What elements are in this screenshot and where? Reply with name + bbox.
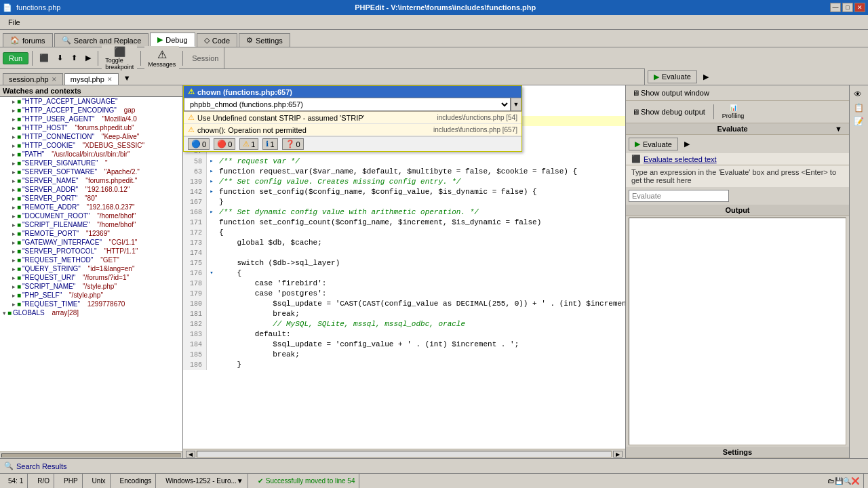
tree-item[interactable]: ▸ ■ "SERVER_ADDR" "192.168.0.12" [0, 185, 182, 194]
badge-question[interactable]: ❓ 0 [282, 138, 304, 150]
evaluate-toolbar: ▶ Evaluate ▶ [644, 68, 868, 85]
tree-expand-icon: ▸ [12, 248, 16, 255]
tree-item[interactable]: ▾ ■ GLOBALS array[28] [0, 308, 182, 317]
tree-item[interactable]: ▸ ■ "DOCUMENT_ROOT" "/home/bhof" [0, 211, 182, 220]
step-run-button[interactable]: ▶ [82, 52, 94, 64]
tree-item[interactable]: ▸ ■ "HTTP_USER_AGENT" "Mozilla/4.0 [0, 115, 182, 123]
evaluate-input-field[interactable] [629, 190, 729, 202]
eval-selected-icon: ⬛ [631, 155, 641, 163]
tab-code[interactable]: ◇ Code [197, 33, 237, 47]
badge-warning[interactable]: ⚠ 1 [239, 138, 258, 150]
badge-blue[interactable]: 🔵 0 [188, 138, 210, 150]
badge-info[interactable]: ℹ 1 [262, 138, 277, 150]
file-dropdown-button[interactable]: ▼ [120, 71, 134, 85]
tree-icon: ■ [17, 300, 21, 308]
hscroll-left[interactable]: ◀ [186, 451, 195, 458]
hscroll-right[interactable]: ▶ [613, 451, 623, 458]
file-tab-session[interactable]: session.php ✕ [3, 73, 63, 85]
tree-item[interactable]: ▸ ■ "REQUEST_METHOD" "GET" [0, 256, 182, 264]
statusbar-icon-4[interactable]: ❌ [851, 477, 859, 485]
tree-item[interactable]: ▸ ■ "HTTP_ACCEPT_ENCODING" gap [0, 106, 182, 115]
tree-item[interactable]: ▸ ■ "REQUEST_TIME" 1299778670 [0, 300, 182, 308]
show-output-button[interactable]: 🖥 Show output window [629, 87, 713, 99]
tree-item[interactable]: ▸ ■ "QUERY_STRING" "id=1&lang=en" [0, 264, 182, 273]
evaluate-section-btn[interactable]: ▼ [835, 125, 845, 133]
step-over-button[interactable]: ⬛ [36, 52, 52, 64]
statusbar-icon-3[interactable]: 🔍 [843, 477, 851, 485]
tree-key: "REMOTE_PORT" [22, 230, 79, 237]
left-panel-hscrollbar[interactable] [0, 451, 182, 458]
maximize-button[interactable]: □ [842, 3, 853, 12]
tree-item[interactable]: ▸ ■ "SCRIPT_FILENAME" "/home/bhof" [0, 220, 182, 229]
search-results-label[interactable]: Search Results [16, 462, 67, 470]
fold-indicator[interactable]: ▸ [207, 177, 216, 187]
show-debug-button[interactable]: 🖥 Show debug output [629, 106, 709, 118]
evaluate-go-button[interactable]: ▶ Evaluate [629, 138, 678, 150]
code-panel: 51 }52 }5354 $result = (STRIP) ? stripsl… [183, 85, 625, 458]
code-hscrollbar[interactable]: ◀ ▶ [183, 449, 625, 458]
eval-selected-label[interactable]: Evaluate selected text [644, 155, 717, 163]
file-tab-session-label: session.php [9, 75, 49, 83]
tree-item[interactable]: ▸ ■ "HTTP_CONNECTION" "Keep-Alive" [0, 132, 182, 141]
messages-button[interactable]: ⚠ Messages [144, 46, 179, 70]
fold-indicator[interactable]: ▾ [207, 268, 216, 279]
tree-item[interactable]: ▸ ■ "REMOTE_PORT" "12369" [0, 229, 182, 238]
step-out-button[interactable]: ⬆ [68, 52, 81, 64]
fold-indicator[interactable]: ▸ [207, 207, 216, 218]
popup-dropdown-arrow[interactable]: ▼ [511, 98, 521, 111]
eval-go2-button[interactable]: ▶ [681, 138, 693, 150]
file-tab-session-close[interactable]: ✕ [52, 76, 57, 83]
tree-item[interactable]: ▸ ■ "SERVER_PORT" "80" [0, 194, 182, 203]
line-number: 179 [183, 289, 207, 299]
tree-item[interactable]: ▸ ■ "SERVER_SOFTWARE" "Apache/2." [0, 167, 182, 176]
run-button[interactable]: Run [3, 52, 28, 64]
mini-icon-1[interactable]: 👁 [852, 88, 865, 100]
profiling-button[interactable]: 📊 Profiling [719, 102, 748, 121]
tree-item[interactable]: ▸ ■ "PHP_SELF" "/style.php" [0, 291, 182, 300]
mini-icon-3[interactable]: 📝 [852, 115, 865, 127]
eval-run-button[interactable]: ▶ [700, 70, 712, 83]
fold-indicator[interactable]: ▸ [207, 167, 216, 177]
line-endings[interactable]: Unix [88, 474, 111, 488]
fold-indicator[interactable]: ▸ [207, 157, 216, 167]
tree-item[interactable]: ▸ ■ "HTTP_COOKIE" "XDEBUG_SESSIC" [0, 141, 182, 150]
popup-warning-2: ⚠ chown(): Operation not permitted inclu… [184, 124, 521, 136]
tab-home[interactable]: 🏠 forums [3, 33, 53, 47]
tree-item[interactable]: ▸ ■ "SERVER_PROTOCOL" "HTTP/1.1" [0, 247, 182, 256]
minimize-button[interactable]: — [830, 3, 841, 12]
tree-item[interactable]: ▸ ■ "REMOTE_ADDR" "192.168.0.237" [0, 203, 182, 211]
tree-item[interactable]: ▸ ■ "HTTP_ACCEPT_LANGUAGE" [0, 97, 182, 106]
line-number: 174 [183, 248, 207, 258]
tab-settings[interactable]: ⚙ Settings [239, 33, 290, 47]
language-mode[interactable]: PHP [60, 474, 83, 488]
tree-key: "GATEWAY_INTERFACE" [22, 239, 102, 246]
toggle-breakpoint-button[interactable]: ⬛ Togglebreakpoint [102, 45, 137, 72]
step-into-button[interactable]: ⬇ [54, 52, 66, 64]
tree-item[interactable]: ▸ ■ "REQUEST_URI" "/forums/?id=1" [0, 273, 182, 282]
close-button[interactable]: ✕ [854, 3, 865, 12]
right-panel: 🖥 Show output window 🖥 Show debug output… [625, 85, 849, 458]
file-tab-mysql-close[interactable]: ✕ [107, 76, 113, 83]
tab-debug[interactable]: ▶ Debug [150, 33, 195, 47]
evaluate-input-row: ▶ Evaluate ▶ [626, 135, 849, 153]
tree-item[interactable]: ▸ ■ "SERVER_NAME" "forums.phpedit." [0, 176, 182, 185]
statusbar-icon-2[interactable]: 💾 [835, 477, 843, 485]
statusbar-icon-1[interactable]: 🗁 [828, 477, 835, 485]
fold-indicator[interactable]: ▸ [207, 187, 216, 197]
tree-item[interactable]: ▸ ■ "PATH" "/usr/local/bin:/usr/bin:/bir… [0, 150, 182, 159]
badge-red[interactable]: 🔴 0 [214, 138, 235, 150]
file-tab-mysql[interactable]: mysql.php ✕ [64, 73, 119, 85]
tree-item[interactable]: ▸ ■ "SERVER_SIGNATURE" " [0, 159, 182, 167]
tree-item[interactable]: ▸ ■ "SCRIPT_NAME" "/style.php" [0, 282, 182, 291]
line-number: 173 [183, 238, 207, 248]
badge-question-count: 0 [296, 140, 300, 148]
encoding-value[interactable]: Windows-1252 - Euro... ▼ [161, 474, 248, 488]
tree-item[interactable]: ▸ ■ "HTTP_HOST" "forums.phpedit.ub" [0, 123, 182, 132]
code-line: 174 [183, 248, 625, 258]
tree-item[interactable]: ▸ ■ "GATEWAY_INTERFACE" "CGI/1.1" [0, 238, 182, 247]
popup-call-dropdown[interactable]: phpbb_chmod (functions.php:657) acm->_wr… [184, 98, 511, 111]
tree-key: "SERVER_PORT" [22, 195, 77, 202]
evaluate-button[interactable]: ▶ Evaluate [648, 70, 697, 83]
menu-file[interactable]: File [3, 17, 26, 28]
mini-icon-2[interactable]: 📋 [852, 102, 865, 114]
